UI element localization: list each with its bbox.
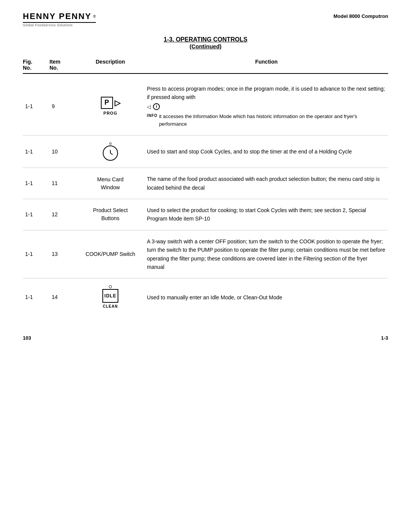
cell-func-4: Used to select the product for cooking; … [145, 204, 388, 225]
cell-desc-3: Menu Card Window [76, 174, 145, 193]
table-row: 1-1 14 IDLE CLEAN Used to manually enter… [23, 278, 388, 316]
section-number: 1-3 [381, 335, 388, 341]
cell-fig-5: 1-1 [23, 249, 49, 260]
cell-item-1: 9 [49, 101, 76, 112]
brand-name: HENNY PENNY [23, 11, 92, 21]
col-header-item: Item No. [49, 59, 76, 71]
cell-func-2: Used to start and stop Cook Cycles, and … [145, 146, 388, 157]
timer-icon [78, 142, 142, 161]
cell-desc-1: P ▷ PROG [76, 95, 145, 118]
table-row: 1-1 10 Used to start and stop Cook Cycle… [23, 136, 388, 168]
cell-fig-4: 1-1 [23, 209, 49, 220]
cell-desc-2 [76, 141, 145, 162]
prog-icon: P ▷ PROG [78, 97, 142, 117]
col-header-desc: Description [76, 59, 145, 71]
section-title-block: 1-3. OPERATING CONTROLS (Continued) [23, 36, 388, 50]
timer-knob [109, 142, 112, 145]
page-header: HENNY PENNY ® Global Foodservice Solutio… [23, 11, 388, 27]
logo-tagline: Global Foodservice Solutions [23, 23, 73, 27]
prog-arrow: ▷ [115, 97, 120, 109]
idle-clean-label: CLEAN [103, 304, 118, 309]
table-header-row: Fig. No. Item No. Description Function [23, 59, 388, 74]
prog-label: PROG [104, 110, 117, 117]
cell-fig-6: 1-1 [23, 292, 49, 303]
info-row: ◁ i [147, 103, 386, 111]
cell-item-6: 14 [49, 292, 76, 303]
cell-fig-2: 1-1 [23, 146, 49, 157]
col-header-fig: Fig. No. [23, 59, 49, 71]
info-circle-icon: i [153, 103, 160, 110]
table-row: 1-1 9 P ▷ PROG Press to access program m… [23, 78, 388, 136]
cell-item-2: 10 [49, 146, 76, 157]
cell-desc-4: Product Select Buttons [76, 205, 145, 224]
idle-text: IDLE [104, 292, 116, 299]
info-text-label: INFO [147, 113, 158, 119]
timer-symbol [103, 142, 118, 161]
cell-func-3: The name of the food product associated … [145, 173, 388, 193]
info-text-row: INFO it accesses the Information Mode wh… [147, 113, 386, 129]
cell-desc-6: IDLE CLEAN [76, 284, 145, 311]
cell-func-5: A 3-way switch with a center OFF positio… [145, 236, 388, 273]
timer-circle [103, 145, 118, 161]
cell-func-1: Press to access program modes; once in t… [145, 83, 388, 130]
prog-button-symbol: P ▷ [101, 97, 120, 109]
logo: HENNY PENNY ® Global Foodservice Solutio… [23, 11, 96, 27]
page-number: 103 [23, 335, 31, 341]
logo-line [23, 22, 96, 23]
cell-item-3: 11 [49, 178, 76, 189]
cell-func-6: Used to manually enter an Idle Mode, or … [145, 292, 388, 303]
table-row: 1-1 13 COOK/PUMP Switch A 3-way switch w… [23, 230, 388, 279]
prog-square: P [101, 97, 113, 109]
info-triangle-icon: ◁ [147, 103, 151, 111]
cell-item-4: 12 [49, 209, 76, 220]
svg-line-1 [110, 153, 113, 155]
desc-text-5: COOK/PUMP Switch [86, 251, 135, 257]
model-number: Model 8000 Computron [333, 11, 388, 19]
idle-icon: IDLE CLEAN [78, 285, 142, 309]
cell-item-5: 13 [49, 249, 76, 260]
brand-symbol: ® [93, 14, 96, 19]
section-main-title: 1-3. OPERATING CONTROLS [23, 36, 388, 43]
timer-svg [105, 148, 116, 158]
section-subtitle: (Continued) [23, 43, 388, 50]
idle-rect: IDLE [102, 289, 118, 303]
idle-knob [109, 285, 112, 288]
cell-fig-1: 1-1 [23, 101, 49, 112]
table-row: 1-1 12 Product Select Buttons Used to se… [23, 199, 388, 230]
cell-fig-3: 1-1 [23, 178, 49, 189]
page-footer: 103 1-3 [23, 331, 388, 341]
controls-table: Fig. No. Item No. Description Function 1… [23, 59, 388, 316]
desc-text-4: Product Select Buttons [93, 207, 127, 221]
desc-text-3: Menu Card Window [97, 176, 123, 190]
func-text-1b: it accesses the Information Mode which h… [159, 113, 386, 129]
cell-desc-5: COOK/PUMP Switch [76, 249, 145, 260]
col-header-func: Function [145, 59, 388, 71]
table-row: 1-1 11 Menu Card Window The name of the … [23, 168, 388, 199]
func-text-1a: Press to access program modes; once in t… [147, 86, 385, 100]
